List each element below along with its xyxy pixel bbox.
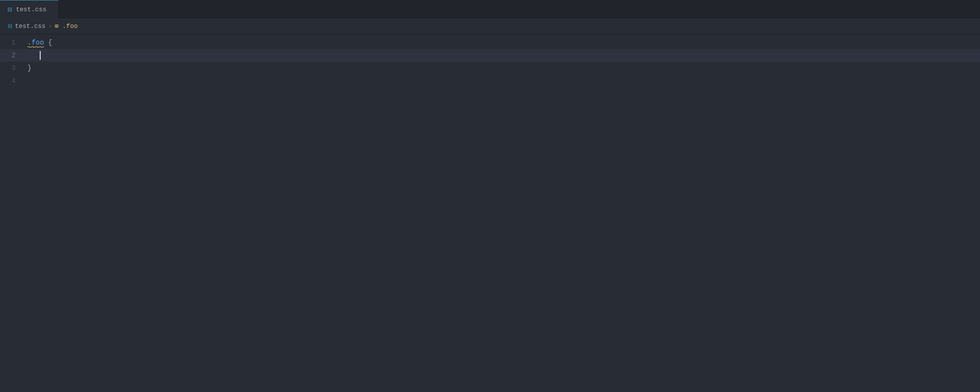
- breadcrumb-file-label[interactable]: test.css: [15, 23, 45, 30]
- line-number-4: 4: [0, 77, 24, 85]
- breadcrumb-selector-icon: ⊞: [55, 23, 58, 30]
- line-content-3: }: [24, 64, 31, 72]
- token-class-name: foo: [31, 39, 44, 47]
- breadcrumb-selector-label[interactable]: .foo: [62, 23, 77, 30]
- line-content-2: [24, 51, 41, 60]
- css-file-icon: ⊟: [8, 5, 12, 14]
- line-content-1: .foo {: [24, 39, 52, 47]
- breadcrumb-bar: ⊟ test.css › ⊞ .foo: [0, 19, 980, 34]
- indent-space: [27, 51, 39, 59]
- editor-line-3[interactable]: 3 }: [0, 62, 980, 74]
- editor-line-4[interactable]: 4: [0, 74, 980, 87]
- tab-bar: ⊟ test.css: [0, 0, 980, 19]
- tab-label: test.css: [16, 6, 46, 13]
- selector-foo: .foo: [27, 39, 44, 47]
- line-number-3: 3: [0, 64, 24, 72]
- line-number-1: 1: [0, 39, 24, 47]
- breadcrumb-file-icon: ⊟: [8, 22, 12, 30]
- editor-line-2[interactable]: 2: [0, 49, 980, 62]
- text-cursor: [40, 51, 41, 60]
- token-space-brace: {: [44, 39, 52, 47]
- tab-test-css[interactable]: ⊟ test.css: [0, 0, 59, 19]
- editor-area: 1 .foo { 2 3 } 4: [0, 34, 980, 87]
- token-closing-brace: }: [27, 64, 31, 72]
- line-number-2: 2: [0, 51, 24, 59]
- breadcrumb-separator: ›: [49, 23, 52, 30]
- editor-line-1[interactable]: 1 .foo {: [0, 36, 980, 49]
